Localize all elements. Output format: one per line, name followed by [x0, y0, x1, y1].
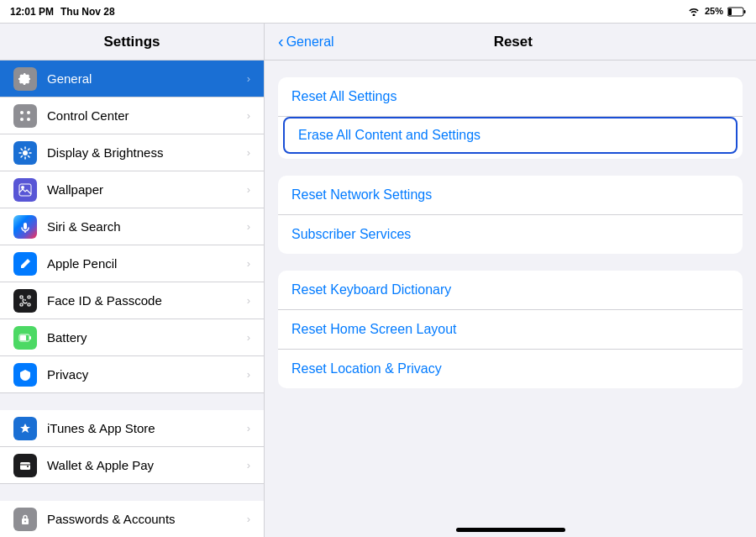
wallet-icon [13, 454, 37, 477]
right-panel-content: Reset All Settings Erase All Content and… [265, 61, 756, 523]
sidebar-item-appstore[interactable]: iTunes & App Store › [0, 410, 264, 447]
general-chevron: › [247, 72, 250, 85]
sidebar-item-wallet-label: Wallet & Apple Pay [47, 458, 247, 472]
back-chevron-icon: ‹ [278, 32, 284, 51]
sidebar-item-pencil-label: Apple Pencil [47, 256, 247, 271]
sidebar-item-display-label: Display & Brightness [47, 145, 247, 160]
control-center-icon [13, 104, 37, 128]
sidebar-item-general[interactable]: General › [0, 61, 264, 97]
sidebar-item-wallet[interactable]: Wallet & Apple Pay › [0, 447, 264, 484]
right-panel-title: Reset [334, 34, 692, 50]
appstore-icon [13, 417, 37, 440]
sidebar-item-battery-label: Battery [47, 330, 247, 345]
wifi-icon [687, 6, 701, 18]
reset-group-2: Reset Network Settings Subscriber Servic… [278, 176, 743, 254]
privacy-icon [13, 363, 37, 387]
sidebar-item-siri[interactable]: Siri & Search › [0, 208, 264, 245]
sidebar-item-privacy-label: Privacy [47, 367, 247, 382]
erase-all-content[interactable]: Erase All Content and Settings [285, 118, 736, 152]
battery-status-icon: 25% [705, 6, 746, 17]
status-bar: 12:01 PM Thu Nov 28 25% [0, 0, 756, 24]
display-icon [13, 141, 37, 165]
sidebar-section-gap-1 [0, 393, 264, 410]
faceid-icon [13, 289, 37, 313]
svg-point-3 [20, 111, 24, 114]
sidebar-item-faceid[interactable]: Face ID & Passcode › [0, 282, 264, 319]
sidebar-item-general-label: General [47, 71, 247, 86]
reset-network-settings[interactable]: Reset Network Settings [278, 176, 743, 215]
sidebar-list: General › Control Center › Display & Bri… [0, 61, 264, 537]
sidebar-item-pencil[interactable]: Apple Pencil › [0, 245, 264, 282]
sidebar-item-control-center[interactable]: Control Center › [0, 97, 264, 134]
reset-group-1: Reset All Settings Erase All Content and… [278, 77, 743, 159]
sidebar-item-passwords[interactable]: Passwords & Accounts › [0, 501, 264, 537]
sidebar-title: Settings [103, 34, 160, 50]
sidebar-item-passwords-label: Passwords & Accounts [47, 512, 247, 526]
sidebar-item-faceid-label: Face ID & Passcode [47, 293, 247, 308]
reset-all-settings[interactable]: Reset All Settings [278, 77, 743, 117]
general-icon [13, 67, 37, 91]
reset-location-privacy[interactable]: Reset Location & Privacy [278, 350, 743, 388]
reset-group-3: Reset Keyboard Dictionary Reset Home Scr… [278, 271, 743, 388]
sidebar-item-appstore-label: iTunes & App Store [47, 421, 247, 435]
sidebar-item-wallpaper-label: Wallpaper [47, 182, 247, 197]
sidebar-item-privacy[interactable]: Privacy › [0, 356, 264, 393]
svg-point-7 [23, 150, 28, 155]
svg-rect-18 [20, 335, 26, 340]
svg-rect-12 [28, 296, 30, 298]
svg-point-5 [20, 118, 24, 121]
sidebar-section-2: iTunes & App Store › Wallet & Apple Pay … [0, 410, 264, 484]
reset-home-screen-layout[interactable]: Reset Home Screen Layout [278, 310, 743, 350]
battery-icon [13, 326, 37, 350]
svg-rect-14 [28, 303, 30, 306]
svg-point-4 [27, 111, 30, 114]
svg-rect-2 [728, 8, 732, 15]
subscriber-services[interactable]: Subscriber Services [278, 215, 743, 254]
back-label: General [286, 34, 334, 50]
status-time: 12:01 PM [10, 6, 54, 18]
siri-icon [13, 215, 37, 239]
svg-rect-17 [29, 336, 31, 340]
app-container: Settings General › Control Center › [0, 24, 756, 537]
sidebar-item-battery[interactable]: Battery › [0, 319, 264, 356]
scroll-indicator [456, 528, 565, 532]
sidebar-item-wallpaper[interactable]: Wallpaper › [0, 171, 264, 208]
sidebar-item-control-label: Control Center [47, 108, 247, 123]
svg-point-22 [24, 520, 26, 522]
svg-rect-8 [19, 184, 31, 196]
passwords-icon [13, 508, 37, 531]
right-panel: ‹ General Reset Reset All Settings Erase… [265, 24, 756, 537]
svg-rect-11 [20, 296, 23, 298]
status-date: Thu Nov 28 [60, 6, 115, 18]
sidebar-section-gap-2 [0, 484, 264, 501]
svg-rect-13 [20, 303, 23, 306]
sidebar-section-1: General › Control Center › Display & Bri… [0, 61, 264, 393]
back-button[interactable]: ‹ General [278, 32, 334, 51]
sidebar-item-siri-label: Siri & Search [47, 219, 247, 234]
svg-rect-1 [744, 10, 746, 13]
status-icons: 25% [687, 6, 746, 18]
right-panel-header: ‹ General Reset [265, 24, 756, 61]
wallpaper-icon [13, 178, 37, 202]
reset-keyboard-dictionary[interactable]: Reset Keyboard Dictionary [278, 271, 743, 310]
sidebar-item-display[interactable]: Display & Brightness › [0, 134, 264, 171]
svg-point-20 [27, 466, 29, 467]
pencil-icon [13, 252, 37, 276]
sidebar: Settings General › Control Center › [0, 24, 265, 537]
svg-rect-19 [20, 462, 30, 470]
sidebar-section-3: Passwords & Accounts › Mail › Contacts › [0, 501, 264, 537]
sidebar-header: Settings [0, 24, 264, 61]
svg-point-6 [27, 118, 30, 121]
